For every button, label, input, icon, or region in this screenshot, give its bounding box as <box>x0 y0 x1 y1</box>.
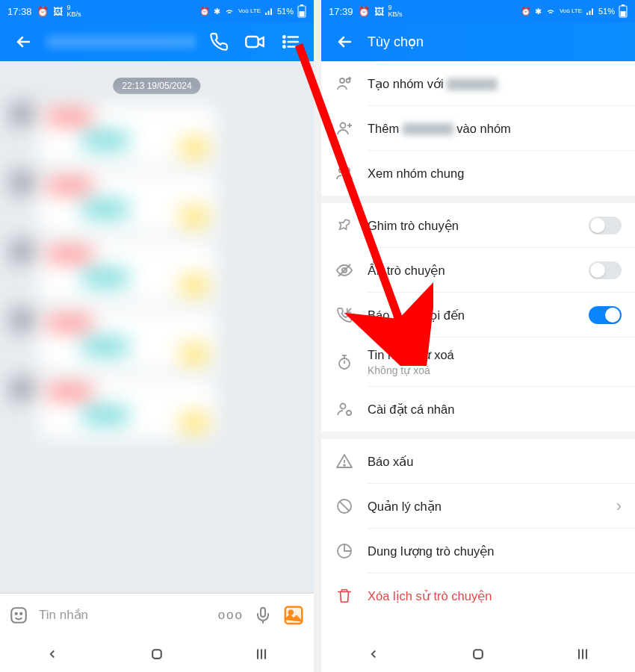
phone-right-options: 17:39 ⏰ 🖼 9KB/s ⏰ ✱ Voû LTE 51% Tùy chọn… <box>321 0 635 672</box>
sticker-icon[interactable] <box>9 606 28 625</box>
chat-header <box>0 22 314 61</box>
bluetooth-icon: ✱ <box>535 7 542 16</box>
svg-rect-28 <box>622 4 625 6</box>
phone-left-chat: 17:38 ⏰ 🖼 9KB/s ⏰ ✱ Voû LTE 51% <box>0 0 314 672</box>
android-nav-bar <box>0 636 314 672</box>
wifi-icon <box>545 6 556 16</box>
pie-chart-icon <box>335 541 354 561</box>
battery-icon <box>619 4 628 18</box>
back-button[interactable] <box>332 29 357 55</box>
option-add-to-group[interactable]: Thêm vào nhóm <box>321 106 635 151</box>
network-label: Voû LTE <box>560 9 582 13</box>
eye-off-icon <box>335 261 354 280</box>
nav-home[interactable] <box>468 644 488 664</box>
person-settings-icon <box>335 399 354 419</box>
svg-rect-24 <box>589 11 590 16</box>
svg-rect-16 <box>261 608 265 617</box>
toggle-call[interactable] <box>589 306 622 324</box>
option-report[interactable]: Báo xấu <box>321 439 635 484</box>
chevron-right-icon: › <box>616 497 622 516</box>
option-storage[interactable]: Dung lượng trò chuyện <box>321 529 635 573</box>
svg-point-15 <box>20 612 22 614</box>
network-label: Voû LTE <box>238 9 261 13</box>
trash-icon <box>335 586 354 606</box>
nav-back[interactable] <box>364 644 383 664</box>
status-time: 17:39 <box>329 6 353 17</box>
option-common-groups[interactable]: Xem nhóm chung <box>321 151 635 196</box>
pin-icon <box>335 216 354 235</box>
image-icon: 🖼 <box>53 6 63 17</box>
blurred-contact-name <box>447 78 498 90</box>
option-incoming-call[interactable]: Báo cuộc gọi đến <box>321 293 635 337</box>
alarm-icon: ⏰ <box>521 7 531 16</box>
voice-call-button[interactable] <box>206 29 232 55</box>
chat-body: 22:13 19/05/2024 <box>0 61 314 593</box>
more-icon[interactable]: ooo <box>218 608 244 623</box>
toggle-hide[interactable] <box>589 261 622 279</box>
nav-recent[interactable] <box>573 644 592 664</box>
option-pin-chat[interactable]: Ghim trò chuyện <box>321 203 635 248</box>
svg-rect-5 <box>300 4 303 6</box>
options-header: Tùy chọn <box>321 22 635 61</box>
android-nav-bar <box>321 636 635 672</box>
mic-icon[interactable] <box>254 606 272 624</box>
nav-back[interactable] <box>43 644 62 664</box>
svg-point-33 <box>341 123 346 128</box>
option-create-group[interactable]: Tạo nhóm với <box>321 61 635 106</box>
option-delete-history[interactable]: Xóa lịch sử trò chuyện <box>321 573 635 618</box>
svg-rect-1 <box>267 11 269 16</box>
battery-label: 51% <box>277 7 294 16</box>
svg-line-40 <box>347 308 352 313</box>
image-icon: 🖼 <box>374 6 384 17</box>
signal-icon <box>264 7 273 16</box>
svg-point-48 <box>344 464 345 466</box>
status-bar: 17:39 ⏰ 🖼 9KB/s ⏰ ✱ Voû LTE 51% <box>321 0 635 22</box>
svg-point-14 <box>16 612 17 614</box>
back-button[interactable] <box>10 29 36 55</box>
svg-point-7 <box>283 36 285 37</box>
page-title: Tùy chọn <box>368 34 625 50</box>
image-picker-icon[interactable] <box>282 604 305 626</box>
option-personal-settings[interactable]: Cài đặt cá nhân <box>321 387 635 432</box>
chat-contact-name <box>46 35 196 49</box>
options-list: Tạo nhóm với Thêm vào nhóm Xem nhóm chun… <box>321 61 635 636</box>
alarm-icon: ⏰ <box>37 6 49 17</box>
svg-rect-6 <box>246 37 258 47</box>
battery-label: 51% <box>598 7 615 16</box>
phone-incoming-icon <box>335 305 354 325</box>
menu-button[interactable] <box>278 29 303 55</box>
svg-rect-19 <box>152 650 161 659</box>
nav-home[interactable] <box>147 644 167 664</box>
blurred-contact-name <box>403 123 453 135</box>
timer-icon <box>335 352 354 372</box>
signal-icon <box>586 7 595 16</box>
svg-rect-27 <box>621 11 626 16</box>
status-time: 17:38 <box>7 6 32 17</box>
block-icon <box>335 497 354 516</box>
person-add-icon <box>335 119 354 138</box>
date-pill: 22:13 19/05/2024 <box>113 78 200 94</box>
svg-point-37 <box>345 168 350 172</box>
message-input[interactable]: Tin nhắn <box>39 607 208 623</box>
video-call-button[interactable] <box>242 29 267 55</box>
svg-rect-52 <box>474 650 483 659</box>
svg-rect-25 <box>592 9 593 16</box>
option-hide-chat[interactable]: Ẩn trò chuyện <box>321 248 635 293</box>
svg-line-50 <box>340 502 350 511</box>
toggle-pin[interactable] <box>589 217 622 234</box>
svg-point-9 <box>283 41 285 43</box>
svg-rect-2 <box>270 9 272 16</box>
wifi-icon <box>224 6 235 16</box>
svg-point-29 <box>340 78 344 83</box>
option-block-manage[interactable]: Quản lý chặn › <box>321 484 635 529</box>
svg-point-36 <box>339 168 344 172</box>
svg-rect-0 <box>265 13 267 15</box>
nav-recent[interactable] <box>252 644 271 664</box>
svg-point-11 <box>283 46 285 47</box>
svg-point-45 <box>341 404 346 409</box>
bluetooth-icon: ✱ <box>214 7 220 16</box>
battery-icon <box>297 4 306 18</box>
svg-rect-4 <box>300 11 305 16</box>
option-self-destruct[interactable]: Tin nhắn tự xoá Không tự xoá <box>321 337 635 387</box>
blurred-messages <box>4 99 310 585</box>
